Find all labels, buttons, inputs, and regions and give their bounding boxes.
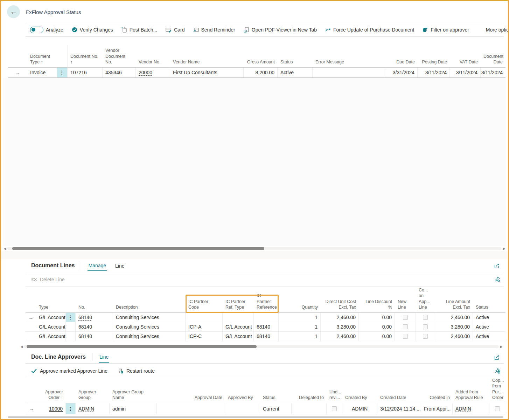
col-vendor-document-no[interactable]: Vendor Document No.	[103, 48, 136, 67]
col-created-in[interactable]: Created in	[421, 395, 453, 403]
cell-status[interactable]: Active	[278, 68, 313, 77]
cell-quantity[interactable]: 1	[279, 332, 321, 341]
col-document-type[interactable]: Document Type ↑	[27, 54, 57, 68]
cell-type[interactable]: G/L Account	[36, 322, 66, 331]
col-document-date[interactable]: Document Date	[481, 54, 505, 68]
cell-line-amount[interactable]: 3,280.00	[435, 322, 473, 331]
col-vat-date[interactable]: VAT Date	[450, 59, 481, 67]
cell-copy-on-app-line[interactable]	[416, 313, 435, 322]
verify-changes-button[interactable]: Verify Changes	[72, 27, 113, 33]
table-row[interactable]: G/L Account 68140 Consulting Services IC…	[26, 322, 505, 332]
scrollbar-track[interactable]	[7, 247, 502, 250]
col-created-date[interactable]: Created Date	[377, 395, 421, 403]
cell-document-type[interactable]: Invoice	[27, 68, 57, 77]
copy-on-app-line-checkbox[interactable]	[423, 315, 428, 320]
cell-created-in[interactable]: From Appr...	[421, 403, 453, 414]
col-gross-amount[interactable]: Gross Amount	[244, 59, 278, 67]
col-approver-status[interactable]: Status	[260, 395, 292, 403]
col-type[interactable]: Type	[36, 304, 66, 312]
under-review-checkbox[interactable]	[332, 406, 337, 411]
cell-gross-amount[interactable]: 8,200.00	[244, 68, 278, 77]
cell-description[interactable]: Consulting Services	[113, 313, 186, 322]
cell-document-no[interactable]: 107216	[68, 68, 103, 77]
cell-direct-unit-cost[interactable]: 2,460.00	[321, 313, 359, 322]
col-ic-partner-ref-type[interactable]: IC Partner Ref. Type	[223, 299, 254, 313]
cell-line-amount[interactable]: 2,460.00	[435, 332, 473, 341]
col-error-message[interactable]: Error Message	[313, 59, 386, 67]
col-under-review[interactable]: Und... revi...	[327, 389, 342, 403]
back-button[interactable]: ←	[7, 5, 20, 18]
scroll-left-icon[interactable]: ◀	[2, 246, 7, 251]
share-button[interactable]	[494, 354, 500, 360]
cell-approved-by[interactable]	[225, 403, 260, 414]
table-row[interactable]: G/L Account 68140 Consulting Services IC…	[26, 332, 505, 341]
cell-approver-order[interactable]: 10000	[38, 403, 66, 414]
more-options-button[interactable]: More options	[486, 27, 509, 33]
table-row[interactable]: → G/L Account ⋮ 68140 Consulting Service…	[26, 313, 505, 322]
scroll-left-icon[interactable]: ◀	[19, 344, 24, 349]
col-line-discount[interactable]: Line Discount %	[359, 299, 395, 313]
cell-ic-partner-reference[interactable]	[254, 313, 279, 322]
new-line-checkbox[interactable]	[403, 324, 408, 329]
tab-manage[interactable]: Manage	[88, 260, 107, 271]
share-button[interactable]	[494, 263, 500, 269]
col-posting-date[interactable]: Posting Date	[418, 59, 450, 67]
restart-route-button[interactable]: Restart route	[118, 368, 155, 374]
cell-approval-date[interactable]	[157, 403, 225, 414]
cell-ic-partner-ref-type[interactable]	[223, 313, 254, 322]
filter-on-approver-button[interactable]: Filter on approver	[423, 27, 469, 33]
new-line-checkbox[interactable]	[403, 334, 408, 339]
col-copied-from-purchase-order[interactable]: Cop... from Pur... Order	[489, 378, 505, 403]
analyze-toggle[interactable]: Analyze	[30, 27, 63, 33]
cell-approver-status[interactable]: Current	[260, 403, 292, 414]
col-description[interactable]: Description	[113, 304, 186, 312]
col-status[interactable]: Status	[278, 59, 313, 67]
cell-no[interactable]: 68140	[76, 332, 113, 341]
tab-line[interactable]: Line	[114, 260, 125, 271]
cell-created-date[interactable]: 3/12/2024 11:14 ...	[377, 403, 421, 414]
scroll-right-icon[interactable]: ▶	[499, 344, 504, 349]
row-menu-button[interactable]: ⋮	[66, 403, 76, 414]
cell-vat-date[interactable]: 3/11/2024	[450, 68, 481, 77]
cell-document-date[interactable]: 3/11/2024	[481, 68, 505, 77]
col-ic-partner-code[interactable]: IC Partner Code	[186, 299, 223, 313]
cell-vendor-no[interactable]: 20000	[136, 68, 170, 77]
cell-vendor-name[interactable]: First Up Consultants	[170, 68, 244, 77]
col-line-amount[interactable]: Line Amount Excl. Tax	[435, 299, 473, 313]
cell-no[interactable]: 68140	[76, 322, 113, 331]
col-delegated-to[interactable]: Delegated to	[292, 395, 327, 403]
cell-description[interactable]: Consulting Services	[113, 332, 186, 341]
cell-created-by[interactable]: ADMIN	[342, 403, 377, 414]
scrollbar-thumb[interactable]	[27, 345, 257, 348]
cell-copy-on-app-line[interactable]	[416, 322, 435, 331]
cell-added-from-approval-rule[interactable]: ADMIN	[453, 403, 489, 414]
card-button[interactable]: Card	[166, 27, 184, 33]
col-new-line[interactable]: New Line	[395, 299, 416, 313]
cell-ic-partner-code[interactable]	[186, 313, 223, 322]
col-line-status[interactable]: Status	[473, 304, 505, 312]
col-due-date[interactable]: Due Date	[386, 59, 418, 67]
approve-marked-approver-line-button[interactable]: Approve marked Approver Line	[31, 368, 107, 374]
cell-new-line[interactable]	[395, 332, 416, 341]
force-update-button[interactable]: Force Update of Purchase Document	[325, 27, 414, 33]
cell-line-discount[interactable]: 0.00	[359, 322, 395, 331]
cell-new-line[interactable]	[395, 313, 416, 322]
open-pdf-viewer-button[interactable]: Open PDF-Viewer in New Tab	[244, 27, 317, 33]
cell-direct-unit-cost[interactable]: 3,280.00	[321, 322, 359, 331]
cell-quantity[interactable]: 1	[279, 313, 321, 322]
cell-ic-partner-reference[interactable]: 68140	[254, 332, 279, 341]
copied-from-purchase-order-checkbox[interactable]	[495, 406, 500, 411]
col-approved-by[interactable]: Approved By	[225, 395, 260, 403]
cell-ic-partner-ref-type[interactable]: G/L Account	[223, 322, 254, 331]
delete-line-button[interactable]: Delete Line	[31, 277, 65, 282]
col-direct-unit-cost[interactable]: Direct Unit Cost Excl. Tax	[321, 299, 359, 313]
row-menu-button[interactable]: ⋮	[57, 68, 68, 77]
col-quantity[interactable]: Quantity	[279, 304, 321, 312]
col-no[interactable]: No.	[76, 304, 113, 312]
document-lines-scrollbar[interactable]: ◀ ▶	[19, 344, 504, 349]
main-horizontal-scrollbar[interactable]: ◀ ▶	[2, 246, 507, 251]
cell-line-status[interactable]: Active	[473, 322, 505, 331]
toggle-icon[interactable]	[30, 27, 43, 33]
col-approver-group[interactable]: Approver Group	[76, 389, 110, 403]
cell-new-line[interactable]	[395, 322, 416, 331]
